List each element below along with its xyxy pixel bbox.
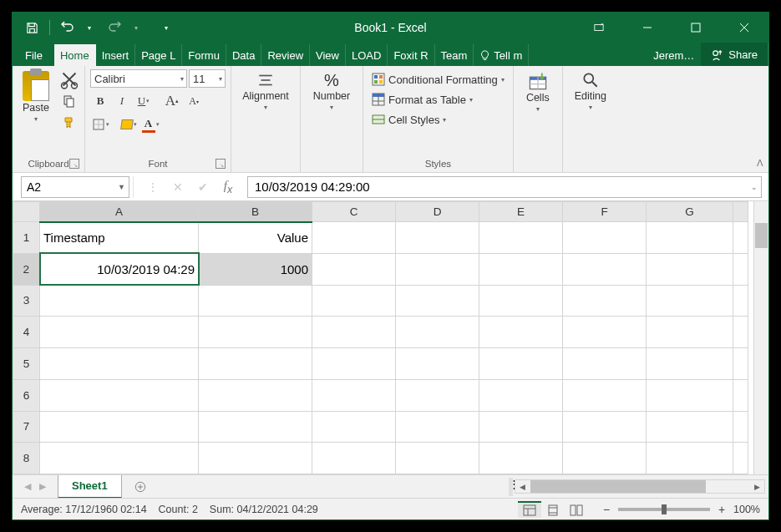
cell[interactable] [647, 411, 733, 443]
cell[interactable] [312, 411, 396, 443]
scroll-right-button[interactable]: ▶ [750, 480, 764, 493]
zoom-in-button[interactable]: + [715, 503, 728, 516]
cell[interactable] [479, 411, 563, 443]
italic-button[interactable]: I [112, 91, 132, 111]
cell[interactable] [312, 443, 396, 474]
tab-page-layout[interactable]: Page L [135, 44, 182, 66]
cell[interactable] [199, 411, 312, 443]
cells-button[interactable]: Cells ▾ [519, 69, 557, 115]
cell[interactable] [563, 379, 647, 411]
tab-review[interactable]: Review [261, 44, 310, 66]
cancel-formula-button[interactable]: ✕ [165, 176, 190, 198]
cell[interactable] [40, 379, 199, 411]
paste-button[interactable]: Paste ▾ [18, 69, 54, 125]
zoom-out-button[interactable]: − [600, 503, 613, 516]
row-header-5[interactable]: 5 [13, 348, 40, 380]
select-all-cell[interactable] [13, 202, 40, 222]
collapse-ribbon-icon[interactable]: ᐱ [757, 158, 763, 169]
row-header-3[interactable]: 3 [13, 285, 40, 317]
expand-formula-bar[interactable]: ⌄ [751, 183, 758, 191]
normal-view-button[interactable] [518, 501, 541, 518]
tell-me-search[interactable]: Tell m [474, 44, 529, 66]
row-header-2[interactable]: 2 [13, 253, 40, 285]
cut-button[interactable] [59, 69, 79, 89]
cell[interactable] [396, 348, 479, 380]
cell[interactable] [647, 443, 733, 474]
col-header-g[interactable]: G [647, 202, 733, 222]
cell[interactable] [312, 222, 396, 254]
ribbon-display-options[interactable] [575, 13, 623, 43]
enter-formula-button[interactable]: ✔ [190, 176, 216, 198]
cell[interactable] [40, 443, 199, 474]
name-box[interactable]: A2▼ [21, 176, 129, 198]
cell[interactable] [40, 285, 199, 317]
cell[interactable] [199, 443, 312, 474]
cell[interactable] [479, 285, 563, 317]
cell[interactable] [396, 379, 479, 411]
cell[interactable] [647, 348, 733, 380]
cell[interactable] [40, 317, 199, 348]
cell-b1[interactable]: Value [199, 222, 312, 254]
cell[interactable] [312, 253, 396, 285]
cell[interactable] [199, 285, 312, 317]
tab-team[interactable]: Team [435, 44, 474, 66]
col-header-c[interactable]: C [312, 202, 396, 222]
number-format-button[interactable]: % Number ▾ [306, 69, 358, 114]
insert-function-button[interactable]: fx [216, 176, 241, 198]
clipboard-dialog[interactable]: ↘ [69, 159, 79, 169]
col-header-f[interactable]: F [563, 202, 647, 222]
format-painter-button[interactable] [59, 113, 79, 133]
qat-customize[interactable]: ▾ [155, 17, 177, 38]
formula-input[interactable]: 10/03/2019 04:29:00 ⌄ [247, 176, 762, 198]
bold-button[interactable]: B [90, 91, 110, 111]
cell[interactable] [199, 348, 312, 380]
zoom-slider-thumb[interactable] [662, 504, 667, 514]
vertical-scrollbar-thumb[interactable] [755, 223, 768, 248]
row-header-8[interactable]: 8 [13, 443, 40, 474]
tab-data[interactable]: Data [226, 44, 261, 66]
cell[interactable] [647, 285, 733, 317]
fill-color-button[interactable]: ▾ [119, 114, 139, 134]
tab-view[interactable]: View [310, 44, 346, 66]
minimize-button[interactable] [623, 13, 672, 43]
zoom-level[interactable]: 100% [733, 504, 760, 515]
row-header-1[interactable]: 1 [13, 222, 40, 254]
cell[interactable] [563, 443, 647, 474]
cell[interactable] [647, 379, 733, 411]
page-layout-view-button[interactable] [541, 501, 565, 518]
cell[interactable] [199, 317, 312, 348]
borders-button[interactable]: ▾ [90, 114, 110, 134]
cell[interactable] [479, 348, 563, 380]
cell[interactable] [396, 253, 479, 285]
row-header-7[interactable]: 7 [13, 411, 40, 443]
col-header-d[interactable]: D [396, 202, 479, 222]
font-name-selector[interactable]: Calibri▾ [90, 69, 187, 88]
page-break-view-button[interactable] [565, 501, 588, 518]
col-header-b[interactable]: B [199, 202, 312, 222]
scroll-left-button[interactable]: ◀ [515, 480, 530, 493]
cell[interactable] [563, 348, 647, 380]
conditional-formatting-button[interactable]: Conditional Formatting▾ [368, 71, 508, 88]
tab-foxit[interactable]: Foxit R [388, 44, 434, 66]
share-button[interactable]: Share [701, 43, 768, 66]
font-size-selector[interactable]: 11▾ [189, 69, 226, 88]
cell[interactable] [479, 317, 563, 348]
horizontal-scrollbar-thumb[interactable] [530, 480, 706, 493]
maximize-button[interactable] [672, 13, 720, 43]
tab-load[interactable]: LOAD [346, 44, 388, 66]
cell[interactable] [312, 379, 396, 411]
worksheet-grid[interactable]: A B C D E F G 1 Timestamp Value [13, 201, 768, 474]
cell[interactable] [563, 411, 647, 443]
cell[interactable] [647, 222, 733, 254]
underline-button[interactable]: U▾ [134, 91, 154, 111]
alignment-button[interactable]: Alignment ▾ [236, 69, 295, 114]
cell[interactable] [40, 411, 199, 443]
add-sheet-button[interactable] [129, 475, 152, 499]
cell[interactable] [563, 285, 647, 317]
cell[interactable] [396, 222, 479, 254]
format-as-table-button[interactable]: Format as Table▾ [368, 91, 476, 108]
cell[interactable] [563, 222, 647, 254]
undo-button[interactable] [57, 17, 79, 38]
save-button[interactable] [21, 17, 43, 38]
undo-dropdown[interactable]: ▾ [79, 17, 100, 38]
